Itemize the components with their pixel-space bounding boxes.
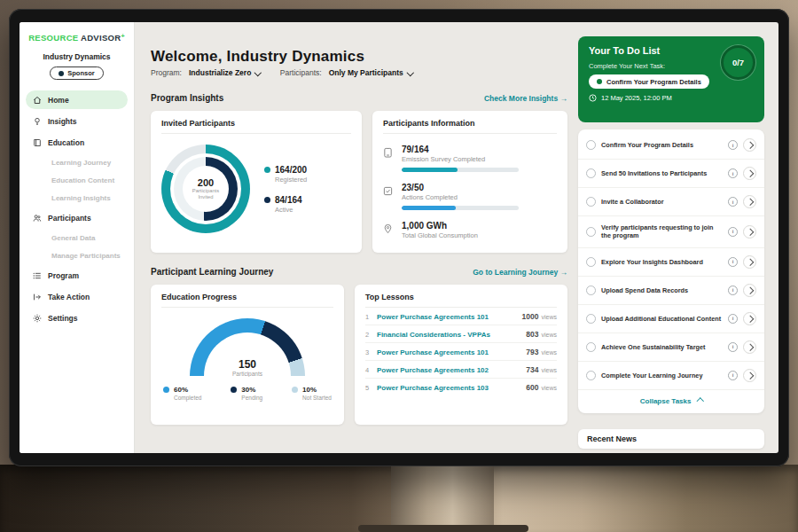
navy-dot-icon	[231, 387, 237, 393]
navy-dot-icon	[264, 197, 270, 203]
light-dot-icon	[292, 387, 298, 393]
sidebar-item-learning-journey[interactable]: Learning Journey	[26, 154, 128, 170]
role-badge-icon	[59, 71, 64, 76]
check-more-insights-link[interactable]: Check More Insights	[484, 94, 567, 103]
chevron-right-icon[interactable]	[743, 225, 756, 239]
consumption-label: Total Global Consumption	[402, 231, 478, 239]
program-label: Program:	[151, 68, 182, 77]
info-icon[interactable]	[728, 371, 738, 380]
info-icon[interactable]	[728, 168, 738, 178]
task-checkbox[interactable]	[586, 197, 596, 207]
education-progress-card: Education Progress 150 Participants 60% …	[151, 285, 344, 425]
go-to-learning-journey-link[interactable]: Go to Learning Journey	[473, 268, 567, 277]
sidebar-item-learning-insights[interactable]: Learning Insights	[26, 190, 128, 206]
list-icon	[33, 271, 42, 280]
consumption-value: 1,000 GWh	[402, 221, 478, 231]
todo-task[interactable]: Explore Your Insights Dashboard	[578, 248, 764, 277]
todo-task[interactable]: Verify participants requesting to join t…	[578, 216, 764, 248]
todo-task[interactable]: Complete Your Learning Journey	[578, 362, 764, 390]
completed-pct: 60%	[174, 386, 188, 394]
chevron-right-icon[interactable]	[743, 340, 756, 354]
lesson-link[interactable]: Power Purchase Agreements 101	[377, 348, 526, 356]
chevron-down-icon	[254, 69, 262, 76]
info-icon[interactable]	[728, 314, 738, 324]
info-icon[interactable]	[728, 286, 738, 295]
task-label: Invite a Collaborator	[601, 198, 723, 206]
lesson-link[interactable]: Power Purchase Agreements 102	[377, 366, 526, 374]
sidebar-item-general-data[interactable]: General Data	[26, 230, 128, 246]
lesson-views-count: 803	[526, 330, 538, 339]
progress-fill	[402, 206, 456, 210]
task-checkbox[interactable]	[586, 168, 596, 178]
info-icon[interactable]	[728, 197, 738, 207]
task-label: Confirm Your Program Details	[601, 141, 723, 149]
participants-select[interactable]: Only My Participants	[329, 68, 413, 77]
progress-fill	[402, 168, 458, 172]
lesson-views-label: views	[541, 314, 557, 320]
task-checkbox[interactable]	[586, 342, 596, 352]
sidebar-item-insights[interactable]: Insights	[26, 112, 128, 130]
task-label: Complete Your Learning Journey	[601, 372, 723, 379]
task-checkbox[interactable]	[586, 257, 596, 267]
sidebar-item-label: Home	[48, 96, 69, 105]
task-checkbox[interactable]	[586, 314, 596, 324]
task-label: Explore Your Insights Dashboard	[601, 258, 723, 266]
chevron-right-icon[interactable]	[743, 284, 756, 297]
sidebar-item-label: Education	[48, 138, 84, 147]
task-checkbox[interactable]	[586, 286, 596, 295]
next-task-pill[interactable]: Confirm Your Program Details	[589, 74, 709, 89]
todo-panel: Your To Do List 0/7 Complete Your Next T…	[578, 22, 764, 453]
task-checkbox[interactable]	[586, 227, 596, 237]
sidebar-item-manage-participants[interactable]: Manage Participants	[26, 247, 128, 263]
task-checkbox[interactable]	[586, 140, 596, 150]
info-icon[interactable]	[728, 257, 738, 267]
todo-task[interactable]: Confirm Your Program Details	[578, 131, 764, 160]
chevron-right-icon[interactable]	[743, 138, 756, 152]
chevron-right-icon[interactable]	[743, 369, 756, 382]
info-icon[interactable]	[728, 342, 738, 352]
lesson-link[interactable]: Power Purchase Agreements 103	[377, 384, 526, 392]
sidebar-item-education-content[interactable]: Education Content	[26, 172, 128, 188]
sidebar-item-settings[interactable]: Settings	[26, 309, 128, 327]
program-select[interactable]: Industrialize Zero	[189, 68, 261, 77]
lesson-link[interactable]: Power Purchase Agreements 101	[377, 313, 522, 321]
chevron-right-icon[interactable]	[743, 255, 756, 269]
due-date-row: 12 May 2025, 12:00 PM	[589, 94, 754, 102]
info-icon[interactable]	[728, 140, 738, 150]
sidebar-item-label: Learning Journey	[51, 159, 111, 167]
todo-task[interactable]: Invite a Collaborator	[578, 188, 764, 216]
due-date: 12 May 2025, 12:00 PM	[601, 94, 672, 102]
sidebar-item-program[interactable]: Program	[26, 266, 128, 285]
lesson-link[interactable]: Financial Considerations - VPPAs	[377, 331, 526, 339]
invited-participants-card: Invited Participants 200 Participants In…	[151, 111, 362, 253]
participants-label: Participants:	[280, 68, 322, 77]
todo-task[interactable]: Upload Spend Data Records	[578, 277, 764, 305]
role-badge[interactable]: Sponsor	[50, 66, 103, 80]
todo-task[interactable]: Achieve One Sustainability Target	[578, 333, 764, 362]
chevron-right-icon[interactable]	[743, 195, 756, 208]
sidebar-item-education[interactable]: Education	[26, 133, 128, 152]
lesson-row: 4 Power Purchase Agreements 102 734views	[365, 361, 557, 379]
lesson-views-label: views	[541, 367, 557, 373]
recent-news-header[interactable]: Recent News	[578, 429, 764, 449]
todo-task[interactable]: Send 50 Invitations to Participants	[578, 160, 764, 188]
info-icon[interactable]	[728, 227, 738, 237]
todo-task[interactable]: Upload Additional Educational Content	[578, 305, 764, 333]
sidebar-item-home[interactable]: Home	[26, 90, 128, 109]
lesson-row: 3 Power Purchase Agreements 101 793views	[365, 343, 557, 361]
chevron-right-icon[interactable]	[743, 312, 756, 325]
task-checkbox[interactable]	[586, 371, 596, 380]
next-task-label: Confirm Your Program Details	[606, 78, 701, 86]
collapse-tasks-link[interactable]: Collapse Tasks	[578, 390, 764, 413]
completed-label: Completed	[174, 395, 201, 401]
program-value: Industrialize Zero	[189, 68, 251, 77]
chevron-right-icon[interactable]	[743, 167, 756, 180]
legend-completed: 60% Completed	[163, 386, 201, 401]
lesson-row: 1 Power Purchase Agreements 101 1000view…	[365, 308, 557, 325]
actions-value: 23/50	[402, 183, 519, 192]
sidebar-item-participants[interactable]: Participants	[26, 208, 128, 227]
lesson-views-label: views	[541, 349, 557, 356]
check-square-icon	[383, 183, 394, 210]
sidebar-item-take-action[interactable]: Take Action	[26, 287, 128, 306]
lesson-views-count: 600	[526, 383, 538, 392]
